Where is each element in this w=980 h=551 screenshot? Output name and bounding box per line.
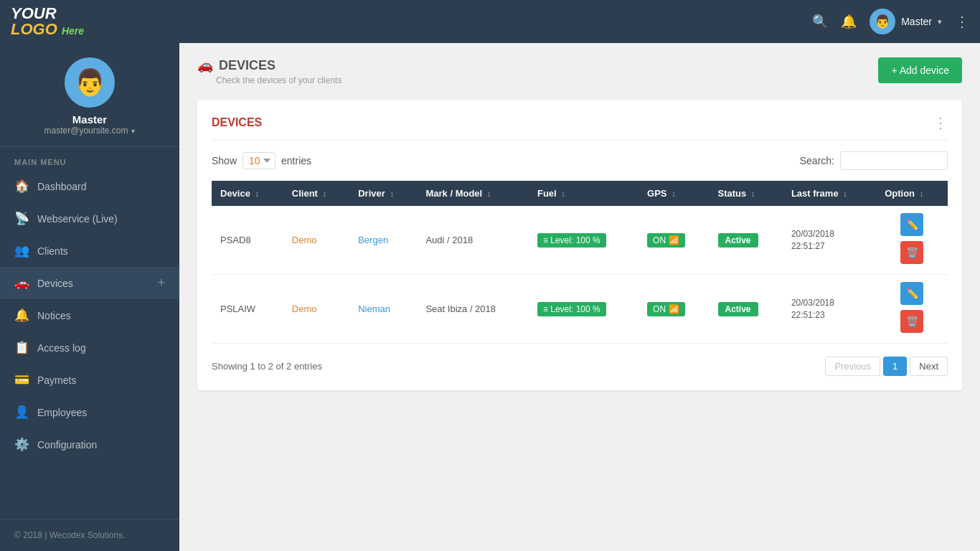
action-buttons: ✏️ 🗑️ [885,213,939,267]
pagination-info: Showing 1 to 2 of 2 entries [212,361,322,372]
cell-status: Active [710,206,783,275]
webservice-icon: 📡 [14,211,29,226]
devices-table: Device ↕ Client ↕ Driver ↕ Mark / Model … [212,181,948,344]
access-log-icon: 📋 [14,340,29,355]
pagination-row: Showing 1 to 2 of 2 entries Previous 1 N… [212,357,948,376]
gps-badge: ON 📶 [647,302,685,316]
sidebar-footer: © 2018 | Wecodex Solutions. [0,519,179,551]
user-caret-icon: ▾ [938,17,942,27]
clients-icon: 👥 [14,243,29,258]
page-1-button[interactable]: 1 [883,357,907,376]
cell-status: Active [710,275,783,344]
sidebar-name: Master [72,113,107,126]
previous-button[interactable]: Previous [825,357,880,376]
sidebar-item-label: Paymets [37,375,165,386]
cell-driver: Bergen [349,206,417,275]
col-driver: Driver ↕ [349,181,417,206]
sidebar-item-label: Notices [37,310,165,321]
cell-option: ✏️ 🗑️ [876,206,948,275]
sidebar-item-devices[interactable]: 🚗 Devices + [0,267,179,299]
table-header-row: Device ↕ Client ↕ Driver ↕ Mark / Model … [212,181,948,206]
delete-button[interactable]: 🗑️ [900,241,923,264]
content: 🚗 DEVICES Check the devices of your clie… [179,43,980,551]
employees-icon: 👤 [14,405,29,420]
cell-fuel: ≡ Level: 100 % [529,206,639,275]
search-icon[interactable]: 🔍 [812,14,828,29]
topbar-icons: 🔍 🔔 👨 Master ▾ ⋮ [812,9,969,34]
sidebar-item-dashboard[interactable]: 🏠 Dashboard [0,170,179,202]
sidebar-item-webservice[interactable]: 📡 Webservice (Live) [0,202,179,235]
cell-model: Seat Ibiza / 2018 [417,275,528,344]
cell-client: Demo [283,275,349,344]
home-icon: 🏠 [14,179,29,194]
card-more-icon[interactable]: ⋮ [933,114,948,131]
page-subtitle: Check the devices of your clients [216,75,341,85]
sidebar-item-notices[interactable]: 🔔 Notices [0,299,179,331]
delete-button[interactable]: 🗑️ [900,310,923,333]
card-header: DEVICES ⋮ [212,114,948,141]
email-caret-icon: ▾ [131,127,135,135]
notices-icon: 🔔 [14,308,29,323]
sidebar-item-label: Access log [37,342,165,354]
cell-last-frame: 20/03/201822:51:23 [783,275,876,344]
table-controls: Show 10 25 50 entries Search: [212,151,948,170]
cell-gps: ON 📶 [639,275,709,344]
cell-client: Demo [283,206,349,275]
sidebar-item-clients[interactable]: 👥 Clients [0,235,179,267]
bell-icon[interactable]: 🔔 [841,14,857,29]
search-input[interactable] [840,151,948,170]
cell-gps: ON 📶 [639,206,709,275]
devices-icon: 🚗 [14,276,29,291]
table-row: PSLAIW Demo Nieman Seat Ibiza / 2018 ≡ L… [212,275,948,344]
fuel-badge: ≡ Level: 100 % [537,302,606,316]
page-title: 🚗 DEVICES [197,57,341,73]
pagination-buttons: Previous 1 Next [825,357,948,376]
col-status: Status ↕ [710,181,783,206]
main-layout: 👨 Master master@yoursite.com ▾ MAIN MENU… [0,43,980,551]
status-badge: Active [718,233,758,248]
cell-device: PSLAIW [212,275,283,344]
edit-button[interactable]: ✏️ [900,282,923,305]
cell-model: Audi / 2018 [417,206,528,275]
sidebar-item-label: Configuration [37,439,165,451]
action-buttons: ✏️ 🗑️ [885,282,939,336]
cell-driver: Nieman [349,275,417,344]
sidebar-item-access-log[interactable]: 📋 Access log [0,331,179,364]
fuel-badge: ≡ Level: 100 % [537,233,606,248]
col-gps: GPS ↕ [639,181,709,206]
add-device-button[interactable]: + Add device [878,57,962,83]
show-entries: Show 10 25 50 entries [212,152,311,169]
user-menu[interactable]: 👨 Master ▾ [870,9,942,34]
search-group: Search: [800,151,948,170]
payments-icon: 💳 [14,372,29,387]
topbar-more-icon[interactable]: ⋮ [955,13,969,30]
username: Master [901,16,932,27]
entries-select[interactable]: 10 25 50 [242,152,275,169]
sidebar-avatar: 👨 [65,57,115,108]
card-title: DEVICES [212,116,262,129]
cell-last-frame: 20/03/201822:51:27 [783,206,876,275]
sidebar-item-configuration[interactable]: ⚙️ Configuration [0,428,179,461]
topbar: YOURLOGO Here 🔍 🔔 👨 Master ▾ ⋮ [0,0,980,43]
sidebar-item-employees[interactable]: 👤 Employees [0,396,179,428]
col-device: Device ↕ [212,181,283,206]
col-last-frame: Last frame ↕ [783,181,876,206]
next-button[interactable]: Next [910,357,948,376]
page-title-group: 🚗 DEVICES Check the devices of your clie… [197,57,341,85]
gps-badge: ON 📶 [647,233,685,248]
sidebar-email: master@yoursite.com ▾ [44,126,136,136]
sidebar-item-payments[interactable]: 💳 Paymets [0,364,179,396]
col-fuel: Fuel ↕ [529,181,639,206]
sidebar-item-label: Devices [37,278,149,289]
col-model: Mark / Model ↕ [417,181,528,206]
table-row: PSAD8 Demo Bergen Audi / 2018 ≡ Level: 1… [212,206,948,275]
add-icon[interactable]: + [157,276,165,291]
avatar: 👨 [870,9,895,34]
sidebar-profile: 👨 Master master@yoursite.com ▾ [0,43,179,147]
col-option: Option ↕ [876,181,948,206]
edit-button[interactable]: ✏️ [900,213,923,236]
logo: YOURLOGO Here [11,6,812,37]
logo-text: YOURLOGO Here [11,6,812,37]
cell-fuel: ≡ Level: 100 % [529,275,639,344]
sidebar-item-label: Clients [37,245,165,257]
